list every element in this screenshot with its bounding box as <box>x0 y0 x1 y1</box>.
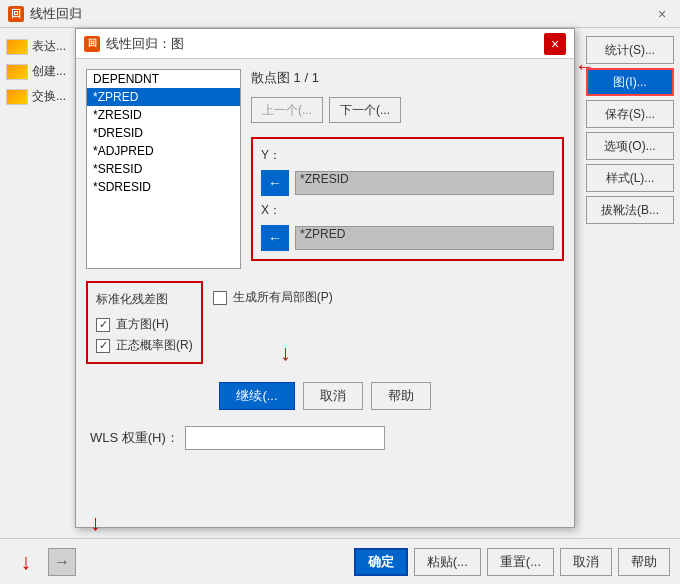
y-arrow-button[interactable]: ← <box>261 170 289 196</box>
normal-prob-label: 正态概率图(R) <box>116 337 193 354</box>
bottom-row: 标准化残差图 直方图(H) 正态概率图(R) 生成所有局部图(P) <box>86 281 564 364</box>
prev-button[interactable]: 上一个(... <box>251 97 323 123</box>
scatter-label: 散点图 1 / 1 <box>251 69 564 87</box>
outer-title: 线性回归 <box>30 5 82 23</box>
modal-title: 线性回归：图 <box>106 35 184 53</box>
options-button[interactable]: 选项(O)... <box>586 132 674 160</box>
cancel-button[interactable]: 取消 <box>560 548 612 576</box>
outer-app-icon: 回 <box>8 6 24 22</box>
outer-close-button[interactable]: × <box>652 4 672 24</box>
normal-prob-checkbox[interactable] <box>96 339 110 353</box>
var-item-0[interactable]: DEPENDNT <box>87 70 240 88</box>
scatter-panel: 散点图 1 / 1 上一个(... 下一个(... Y： ← *ZRESID <box>251 69 564 269</box>
checkbox-normal-row: 正态概率图(R) <box>96 337 193 354</box>
modal-app-icon: 回 <box>84 36 100 52</box>
modal-titlebar: 回 线性回归：图 × <box>76 29 574 59</box>
stats-button[interactable]: 统计(S)... <box>586 36 674 64</box>
modal-close-button[interactable]: × <box>544 33 566 55</box>
outer-window: 回 线性回归 × 表达... 创建... 交换... 统计(S)... 图(I)… <box>0 0 680 584</box>
bottom-arrow-button[interactable]: → <box>48 548 76 576</box>
wls-label: WLS 权重(H)： <box>90 429 179 447</box>
confirm-button[interactable]: 确定 <box>354 548 408 576</box>
generate-checkbox[interactable] <box>213 291 227 305</box>
y-row: Y： <box>261 147 554 164</box>
yx-container: Y： ← *ZRESID X： ← *ZPRED <box>251 137 564 261</box>
x-input[interactable]: *ZPRED <box>295 226 554 250</box>
histogram-label: 直方图(H) <box>116 316 169 333</box>
sidebar-item-2: 交换... <box>4 86 76 107</box>
chart-button[interactable]: 图(I)... <box>586 68 674 96</box>
var-item-3[interactable]: *DRESID <box>87 124 240 142</box>
inner-modal: 回 线性回归：图 × DEPENDNT *ZPRED *ZRESID *DRES… <box>75 28 575 528</box>
std-residual-title: 标准化残差图 <box>96 291 193 308</box>
y-input-row: ← *ZRESID <box>261 170 554 196</box>
x-input-row: ← *ZPRED <box>261 225 554 251</box>
var-item-1[interactable]: *ZPRED <box>87 88 240 106</box>
var-item-5[interactable]: *SRESID <box>87 160 240 178</box>
sidebar-item-0: 表达... <box>4 36 76 57</box>
style-button[interactable]: 样式(L)... <box>586 164 674 192</box>
bottom-bar: ↓ → 确定 粘贴(... 重置(... 取消 帮助 <box>0 538 680 584</box>
nav-buttons: 上一个(... 下一个(... <box>251 97 564 123</box>
sidebar-icon-1 <box>6 64 28 80</box>
right-button-panel: 统计(S)... 图(I)... 保存(S)... 选项(O)... 样式(L)… <box>580 28 680 232</box>
modal-cancel-button[interactable]: 取消 <box>303 382 363 410</box>
sidebar-icon-0 <box>6 39 28 55</box>
top-row: DEPENDNT *ZPRED *ZRESID *DRESID *ADJPRED… <box>86 69 564 269</box>
paste-button[interactable]: 粘贴(... <box>414 548 481 576</box>
wls-input[interactable] <box>185 426 385 450</box>
save-button[interactable]: 保存(S)... <box>586 100 674 128</box>
modal-body: DEPENDNT *ZPRED *ZRESID *DRESID *ADJPRED… <box>76 59 574 460</box>
checkbox-histogram-row: 直方图(H) <box>96 316 193 333</box>
generate-row: 生成所有局部图(P) <box>213 289 333 306</box>
var-item-6[interactable]: *SDRESID <box>87 178 240 196</box>
x-row: X： <box>261 202 554 219</box>
generate-label: 生成所有局部图(P) <box>233 289 333 306</box>
reset-button[interactable]: 重置(... <box>487 548 554 576</box>
y-label: Y： <box>261 147 281 164</box>
left-sidebar: 表达... 创建... 交换... <box>0 28 80 584</box>
y-input[interactable]: *ZRESID <box>295 171 554 195</box>
modal-help-button[interactable]: 帮助 <box>371 382 431 410</box>
sidebar-label-1: 创建... <box>32 63 66 80</box>
down-arrow-icon: ↓ <box>10 546 42 578</box>
var-item-4[interactable]: *ADJPRED <box>87 142 240 160</box>
variable-list[interactable]: DEPENDNT *ZPRED *ZRESID *DRESID *ADJPRED… <box>86 69 241 269</box>
x-label: X： <box>261 202 281 219</box>
x-arrow-button[interactable]: ← <box>261 225 289 251</box>
modal-footer: 继续(... 取消 帮助 <box>86 382 564 410</box>
wls-section: WLS 权重(H)： <box>86 426 564 450</box>
outer-titlebar: 回 线性回归 × <box>0 0 680 28</box>
red-arrow-container: ↓ <box>10 546 42 578</box>
var-item-2[interactable]: *ZRESID <box>87 106 240 124</box>
sidebar-icon-2 <box>6 89 28 105</box>
continue-button[interactable]: 继续(... <box>219 382 294 410</box>
sidebar-item-1: 创建... <box>4 61 76 82</box>
sidebar-label-0: 表达... <box>32 38 66 55</box>
sidebar-label-2: 交换... <box>32 88 66 105</box>
bootstrap-button[interactable]: 拔靴法(B... <box>586 196 674 224</box>
next-button[interactable]: 下一个(... <box>329 97 401 123</box>
std-residual-section: 标准化残差图 直方图(H) 正态概率图(R) <box>86 281 203 364</box>
histogram-checkbox[interactable] <box>96 318 110 332</box>
help-button[interactable]: 帮助 <box>618 548 670 576</box>
